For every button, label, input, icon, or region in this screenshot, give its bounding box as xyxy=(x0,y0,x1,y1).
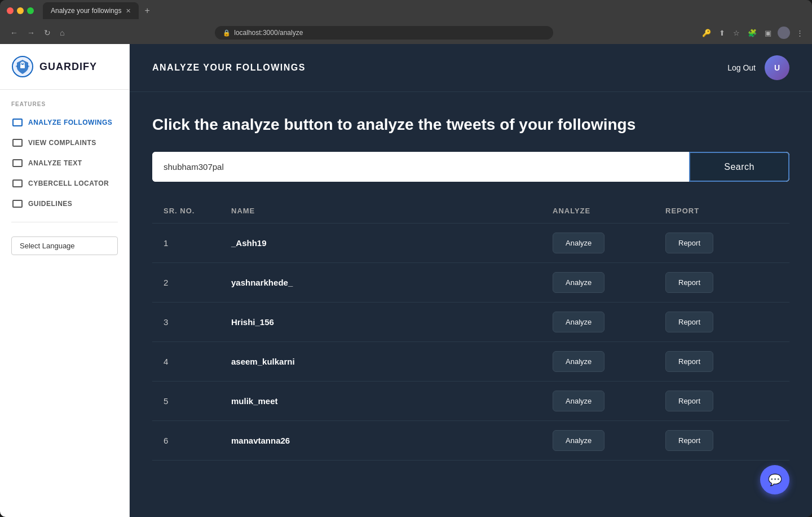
sidebar-item-analyze-text[interactable]: ANALYZE TEXT xyxy=(6,154,123,173)
guidelines-icon xyxy=(12,200,23,208)
sidebar-nav: ANALYZE FOLLOWINGS VIEW COMPLAINTS ANALY… xyxy=(0,113,129,213)
chat-icon: 💬 xyxy=(768,473,782,487)
table-row: 3 Hrishi_156 Analyze Report xyxy=(152,303,789,342)
col-analyze: ANALYZE xyxy=(553,207,665,215)
col-name: NAME xyxy=(231,207,553,215)
report-button[interactable]: Report xyxy=(665,430,713,451)
search-button[interactable]: Search xyxy=(689,152,789,182)
logo-area: GUARDIFY xyxy=(0,55,129,90)
row-name: manavtanna26 xyxy=(231,436,553,445)
browser-nav: ← → ↻ ⌂ xyxy=(7,26,68,40)
lock-icon: 🔒 xyxy=(223,29,231,37)
analyze-cell: Analyze xyxy=(553,391,665,411)
table-row: 2 yashnarkhede_ Analyze Report xyxy=(152,263,789,303)
report-cell: Report xyxy=(665,430,778,451)
tab-close-icon[interactable]: ✕ xyxy=(126,7,131,15)
row-name: _Ashh19 xyxy=(231,238,553,248)
back-button[interactable]: ← xyxy=(7,26,21,40)
extensions-icon[interactable]: 🧩 xyxy=(746,27,758,39)
report-button[interactable]: Report xyxy=(665,391,713,411)
main-content: ANALYZE YOUR FOLLOWINGS Log Out U Click … xyxy=(130,44,812,517)
analyze-button[interactable]: Analyze xyxy=(553,351,604,372)
analyze-button[interactable]: Analyze xyxy=(553,272,604,293)
traffic-lights xyxy=(7,7,34,14)
table-row: 5 mulik_meet Analyze Report xyxy=(152,382,789,421)
report-cell: Report xyxy=(665,272,778,293)
refresh-button[interactable]: ↻ xyxy=(41,26,54,40)
analyze-cell: Analyze xyxy=(553,351,665,372)
row-name: mulik_meet xyxy=(231,396,553,406)
report-button[interactable]: Report xyxy=(665,272,713,293)
table-header: SR. NO. NAME ANALYZE REPORT xyxy=(152,199,789,224)
report-button[interactable]: Report xyxy=(665,233,713,253)
sidebar-item-label: GUIDELINES xyxy=(28,200,72,208)
url-text: localhost:3000/analyze xyxy=(234,29,303,37)
analyze-button[interactable]: Analyze xyxy=(553,312,604,332)
analyze-cell: Analyze xyxy=(553,312,665,332)
monitor-icon xyxy=(12,119,23,126)
analyze-cell: Analyze xyxy=(553,272,665,293)
table-row: 1 _Ashh19 Analyze Report xyxy=(152,224,789,263)
row-name: Hrishi_156 xyxy=(231,317,553,327)
complaints-icon xyxy=(12,139,23,147)
row-name: aseem_kulkarni xyxy=(231,357,553,366)
row-number: 3 xyxy=(164,317,231,327)
sidebar-item-label: ANALYZE TEXT xyxy=(28,159,82,167)
table-row: 6 manavtanna26 Analyze Report xyxy=(152,421,789,461)
browser-titlebar: Analyze your followings ✕ + xyxy=(0,0,812,21)
minimize-button[interactable] xyxy=(17,7,24,14)
browser-tab[interactable]: Analyze your followings ✕ xyxy=(43,2,139,19)
report-button[interactable]: Report xyxy=(665,351,713,372)
select-language-button[interactable]: Select Language xyxy=(11,236,118,255)
close-button[interactable] xyxy=(7,7,14,14)
sidebar-item-view-complaints[interactable]: VIEW COMPLAINTS xyxy=(6,133,123,152)
col-sr-no: SR. NO. xyxy=(164,207,231,215)
analyze-button[interactable]: Analyze xyxy=(553,430,604,451)
sidebar-item-analyze-followings[interactable]: ANALYZE FOLLOWINGS xyxy=(6,113,123,132)
home-button[interactable]: ⌂ xyxy=(56,26,68,40)
sidebar-item-label: ANALYZE FOLLOWINGS xyxy=(28,119,112,126)
new-tab-button[interactable]: + xyxy=(141,5,153,17)
app-container: GUARDIFY FEATURES ANALYZE FOLLOWINGS VIE… xyxy=(0,44,812,517)
analyze-cell: Analyze xyxy=(553,430,665,451)
menu-icon[interactable]: ⋮ xyxy=(795,27,805,39)
sidebar-item-label: VIEW COMPLAINTS xyxy=(28,139,96,147)
followings-table: SR. NO. NAME ANALYZE REPORT 1 _Ashh19 An… xyxy=(152,199,789,461)
forward-button[interactable]: → xyxy=(24,26,38,40)
key-icon[interactable]: 🔑 xyxy=(700,27,713,39)
analyze-button[interactable]: Analyze xyxy=(553,391,604,411)
report-cell: Report xyxy=(665,351,778,372)
row-number: 4 xyxy=(164,357,231,366)
row-name: yashnarkhede_ xyxy=(231,278,553,287)
tab-title: Analyze your followings xyxy=(51,7,121,15)
browser-profile-avatar[interactable] xyxy=(778,27,790,39)
row-number: 6 xyxy=(164,436,231,445)
star-icon[interactable]: ☆ xyxy=(731,27,742,39)
split-view-icon[interactable]: ▣ xyxy=(763,27,773,39)
user-avatar: U xyxy=(765,55,789,80)
col-report: REPORT xyxy=(665,207,778,215)
sidebar-divider xyxy=(11,222,118,222)
browser-frame: Analyze your followings ✕ + ← → ↻ ⌂ 🔒 lo… xyxy=(0,0,812,517)
search-input[interactable] xyxy=(152,152,689,182)
share-icon[interactable]: ⬆ xyxy=(717,27,727,39)
content-area: Click the analyze button to analyze the … xyxy=(130,92,812,517)
sidebar-item-cybercell-locator[interactable]: CYBERCELL LOCATOR xyxy=(6,174,123,193)
hero-text: Click the analyze button to analyze the … xyxy=(152,115,789,135)
text-icon xyxy=(12,159,23,167)
analyze-button[interactable]: Analyze xyxy=(553,233,604,253)
search-row: Search xyxy=(152,152,789,182)
row-number: 1 xyxy=(164,238,231,248)
logout-button[interactable]: Log Out xyxy=(727,63,756,72)
maximize-button[interactable] xyxy=(27,7,34,14)
main-header: ANALYZE YOUR FOLLOWINGS Log Out U xyxy=(130,44,812,92)
chat-fab[interactable]: 💬 xyxy=(760,465,789,494)
report-button[interactable]: Report xyxy=(665,312,713,332)
address-bar[interactable]: 🔒 localhost:3000/analyze xyxy=(215,26,553,40)
table-body: 1 _Ashh19 Analyze Report 2 yashnarkhede_… xyxy=(152,224,789,461)
sidebar: GUARDIFY FEATURES ANALYZE FOLLOWINGS VIE… xyxy=(0,44,130,517)
browser-toolbar: ← → ↻ ⌂ 🔒 localhost:3000/analyze 🔑 ⬆ ☆ 🧩… xyxy=(0,21,812,44)
sidebar-item-guidelines[interactable]: GUIDELINES xyxy=(6,194,123,213)
report-cell: Report xyxy=(665,391,778,411)
analyze-cell: Analyze xyxy=(553,233,665,253)
